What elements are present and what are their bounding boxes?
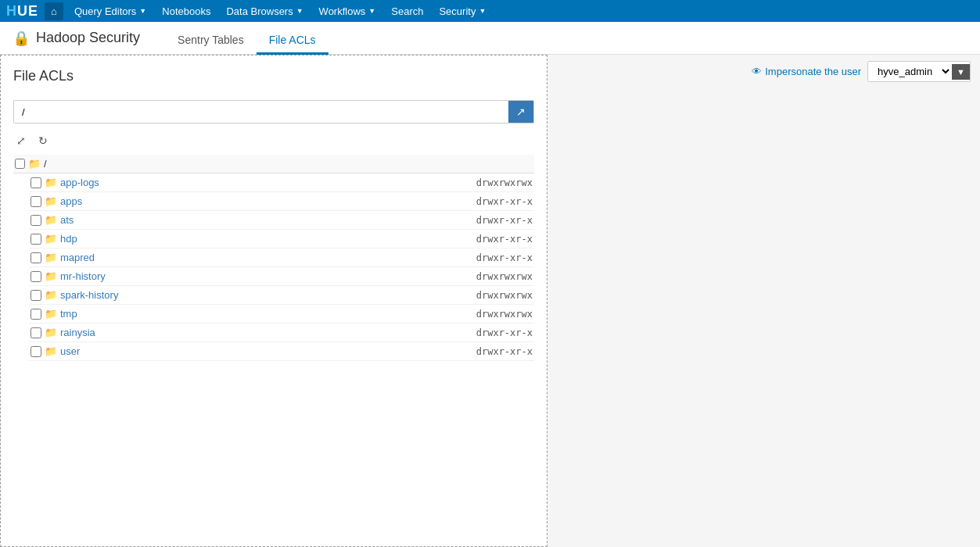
folder-icon: 📁 [45, 345, 57, 357]
path-bar: ↗ [13, 100, 534, 123]
folder-icon: 📁 [28, 158, 41, 170]
item-checkbox[interactable] [31, 346, 41, 357]
nav-item-search[interactable]: Search [383, 0, 431, 22]
file-name[interactable]: mapred [60, 252, 476, 263]
file-name[interactable]: user [60, 345, 476, 357]
file-perms: drwxr-xr-x [476, 234, 533, 245]
home-icon: ⌂ [51, 5, 57, 17]
list-item: 📁 tmp drwxrwxrwx [29, 305, 534, 324]
open-path-button[interactable]: ↗ [508, 101, 533, 123]
list-item: 📁 mr-history drwxrwxrwx [29, 267, 534, 286]
expand-icon: ⤢ [16, 134, 26, 147]
file-perms: drwxrwxrwx [476, 309, 533, 320]
tab-file-acls[interactable]: File ACLs [257, 27, 328, 55]
file-name[interactable]: spark-history [60, 289, 476, 301]
chevron-down-icon: ▼ [957, 67, 965, 77]
file-name[interactable]: ats [60, 214, 476, 226]
toolbar: ⤢ ↻ [13, 133, 534, 148]
impersonate-bar: 👁 Impersonate the user hyve_admin ▼ [547, 55, 980, 88]
folder-icon: 📁 [45, 270, 57, 282]
file-perms: drwxr-xr-x [476, 252, 533, 263]
lock-icon: 🔒 [13, 30, 30, 47]
list-item: 📁 rainysia drwxr-xr-x [29, 324, 534, 342]
list-item: 📁 ats drwxr-xr-x [29, 211, 534, 230]
sub-tabs: Sentry Tables File ACLs [165, 22, 328, 54]
hue-logo: HUE [6, 3, 38, 20]
nav-item-query-editors[interactable]: Query Editors ▼ [66, 0, 154, 22]
nav-item-workflows[interactable]: Workflows ▼ [311, 0, 384, 22]
list-item: 📁 hdp drwxr-xr-x [29, 230, 534, 248]
external-link-icon: ↗ [516, 105, 526, 118]
root-folder-label: / [44, 158, 47, 170]
file-name[interactable]: hdp [60, 233, 476, 245]
item-checkbox[interactable] [31, 252, 41, 263]
section-title: File ACLs [13, 68, 534, 84]
expand-button[interactable]: ⤢ [13, 133, 29, 148]
nav-item-security[interactable]: Security ▼ [431, 0, 494, 22]
file-perms: drwxrwxrwx [476, 290, 533, 301]
list-item: 📁 apps drwxr-xr-x [29, 192, 534, 211]
chevron-down-icon: ▼ [296, 7, 303, 15]
root-row: 📁 / [13, 155, 534, 173]
refresh-icon: ↻ [38, 134, 48, 147]
folder-icon: 📁 [45, 327, 57, 338]
top-navigation: HUE ⌂ Query Editors ▼ Notebooks Data Bro… [0, 0, 980, 22]
item-checkbox[interactable] [31, 234, 41, 245]
folder-icon: 📁 [45, 252, 57, 263]
right-panel: 👁 Impersonate the user hyve_admin ▼ [547, 55, 980, 547]
file-name[interactable]: mr-history [60, 270, 476, 282]
user-select[interactable]: hyve_admin [868, 62, 952, 81]
list-item: 📁 app-logs drwxrwxrwx [29, 173, 534, 192]
tab-sentry-tables[interactable]: Sentry Tables [165, 27, 257, 55]
eye-icon: 👁 [752, 66, 762, 77]
list-item: 📁 mapred drwxr-xr-x [29, 248, 534, 267]
file-perms: drwxrwxrwx [476, 177, 533, 188]
impersonate-label: 👁 Impersonate the user [752, 66, 861, 77]
file-perms: drwxr-xr-x [476, 196, 533, 207]
chevron-down-icon: ▼ [368, 7, 375, 15]
nav-item-notebooks[interactable]: Notebooks [154, 0, 218, 22]
file-name[interactable]: apps [60, 195, 476, 207]
folder-icon: 📁 [45, 308, 57, 320]
file-name[interactable]: tmp [60, 308, 476, 320]
file-perms: drwxr-xr-x [476, 327, 533, 338]
nav-item-data-browsers[interactable]: Data Browsers ▼ [218, 0, 311, 22]
folder-icon: 📁 [45, 289, 57, 301]
path-input[interactable] [14, 102, 508, 123]
item-checkbox[interactable] [31, 327, 41, 338]
file-perms: drwxrwxrwx [476, 271, 533, 282]
root-checkbox[interactable] [15, 159, 25, 169]
file-name[interactable]: rainysia [60, 327, 476, 338]
refresh-button[interactable]: ↻ [35, 133, 51, 148]
dropdown-caret[interactable]: ▼ [952, 64, 970, 80]
item-checkbox[interactable] [31, 271, 41, 282]
item-checkbox[interactable] [31, 215, 41, 226]
sub-header: 🔒 Hadoop Security Sentry Tables File ACL… [0, 22, 980, 55]
folder-icon: 📁 [45, 214, 57, 226]
file-name[interactable]: app-logs [60, 177, 476, 188]
item-checkbox[interactable] [31, 309, 41, 320]
list-item: 📁 user drwxr-xr-x [29, 342, 534, 361]
chevron-down-icon: ▼ [479, 7, 486, 15]
file-perms: drwxr-xr-x [476, 215, 533, 226]
file-perms: drwxr-xr-x [476, 346, 533, 357]
page-title: 🔒 Hadoop Security [13, 30, 140, 47]
tree-children: 📁 app-logs drwxrwxrwx 📁 apps drwxr-xr-x … [13, 173, 534, 361]
item-checkbox[interactable] [31, 290, 41, 301]
file-tree: 📁 / 📁 app-logs drwxrwxrwx 📁 apps drwxr-x… [13, 155, 534, 361]
left-panel: File ACLs ↗ ⤢ ↻ 📁 / [0, 55, 547, 547]
user-select-wrap: hyve_admin ▼ [867, 61, 971, 82]
folder-icon: 📁 [45, 195, 57, 207]
folder-icon: 📁 [45, 177, 57, 188]
item-checkbox[interactable] [31, 177, 41, 188]
item-checkbox[interactable] [31, 196, 41, 207]
chevron-down-icon: ▼ [139, 7, 146, 15]
folder-icon: 📁 [45, 233, 57, 245]
main-content: File ACLs ↗ ⤢ ↻ 📁 / [0, 55, 980, 547]
home-button[interactable]: ⌂ [45, 2, 63, 20]
list-item: 📁 spark-history drwxrwxrwx [29, 286, 534, 305]
